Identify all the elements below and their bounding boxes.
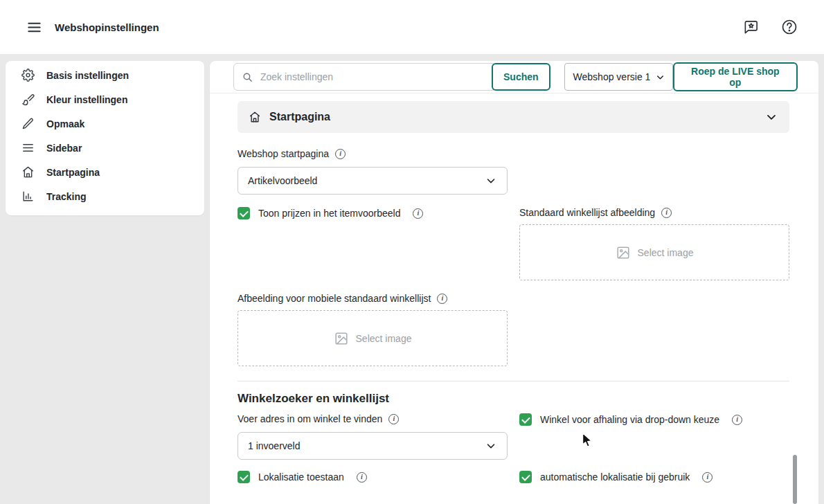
sidebar-item-basis-instellingen[interactable]: Basis instellingen (6, 63, 204, 87)
startpage-select[interactable]: Artikelvoorbeeld (238, 167, 508, 195)
info-icon[interactable] (357, 472, 367, 483)
app-title: Webshopinstellingen (55, 21, 159, 33)
row-localisation: Lokalisatie toestaan automatische lokali… (238, 471, 789, 483)
startpage-label-text: Webshop startpagina (238, 148, 329, 159)
auto-localisation-col: automatische lokalisatie bij gebruik (519, 471, 789, 483)
image-icon (616, 245, 631, 260)
address-input-select[interactable]: 1 invoerveld (238, 432, 508, 460)
menu-icon[interactable] (26, 19, 42, 35)
startpage-select-value: Artikelvoorbeeld (248, 175, 317, 186)
store-finder-heading: Winkelzoeker en winkellijst (238, 392, 789, 406)
webshop-version-select[interactable]: Webshop versie 1 (564, 63, 673, 91)
mobile-list-image-label-text: Afbeelding voor mobiele standaard winkel… (238, 293, 431, 304)
pencil-icon (21, 117, 35, 130)
section-header-startpagina[interactable]: Startpagina (238, 101, 789, 133)
sidebar-item-label: Basis instellingen (46, 70, 129, 81)
address-select-value: 1 invoerveld (248, 440, 301, 451)
home-icon (249, 111, 261, 123)
mobile-list-image-upload[interactable]: Select image (238, 310, 508, 366)
allow-localisation-checkbox-row[interactable]: Lokalisatie toestaan (238, 471, 508, 483)
auto-localisation-label: automatische lokalisatie bij gebruik (540, 471, 690, 483)
select-image-label: Select image (638, 247, 694, 258)
default-list-image-upload[interactable]: Select image (519, 224, 789, 280)
show-prices-col: Toon prijzen in het itemvoorbeeld (238, 207, 508, 219)
default-list-image-col: Standaard winkellijst afbeelding Select … (519, 207, 789, 280)
pickup-checkbox-row[interactable]: Winkel voor afhaling via drop-down keuze (519, 413, 789, 426)
row-address-and-pickup: Voer adres in om winkel te vinden 1 invo… (238, 413, 789, 460)
top-bar: Webshopinstellingen (0, 0, 824, 54)
gear-icon (21, 69, 35, 82)
settings-toolbar: Suchen Webshop versie 1 Roep de LIVE sho… (210, 61, 818, 93)
bar-chart-icon (21, 190, 35, 203)
section-divider (238, 381, 789, 381)
pickup-label: Winkel voor afhaling via drop-down keuze (540, 414, 719, 425)
live-shop-button[interactable]: Roep de LIVE shop op (673, 62, 798, 91)
sidebar-item-label: Kleur instellingen (46, 94, 127, 105)
webshop-version-value: Webshop versie 1 (573, 71, 651, 82)
show-prices-label: Toon prijzen in het itemvoorbeeld (258, 208, 400, 219)
sidebar-item-label: Startpagina (46, 167, 100, 178)
sidebar-item-label: Sidebar (46, 143, 82, 154)
sidebar-item-startpagina[interactable]: Startpagina (6, 160, 204, 184)
sidebar-item-tracking[interactable]: Tracking (6, 184, 204, 208)
auto-localisation-checkbox-row[interactable]: automatische lokalisatie bij gebruik (519, 471, 789, 483)
sidebar-item-label: Tracking (46, 191, 87, 202)
row-preview-and-default-image: Toon prijzen in het itemvoorbeeld Standa… (238, 207, 789, 280)
settings-content: Startpagina Webshop startpagina Artikelv… (210, 93, 818, 483)
localisation-col: Lokalisatie toestaan (238, 471, 508, 483)
info-icon[interactable] (335, 149, 346, 159)
search-input[interactable] (233, 63, 494, 91)
pickup-col: Winkel voor afhaling via drop-down keuze (519, 413, 789, 426)
checkbox-checked-icon[interactable] (238, 471, 250, 483)
sidebar-item-opmaak[interactable]: Opmaak (6, 111, 204, 136)
sidebar-item-kleur-instellingen[interactable]: Kleur instellingen (6, 87, 204, 111)
show-prices-checkbox-row[interactable]: Toon prijzen in het itemvoorbeeld (238, 207, 508, 219)
section-title: Startpagina (269, 111, 330, 123)
chevron-down-icon (655, 72, 665, 82)
chevron-down-icon[interactable] (764, 110, 778, 124)
info-icon[interactable] (732, 415, 742, 425)
info-icon[interactable] (437, 294, 447, 304)
sidebar-item-label: Opmaak (46, 118, 84, 129)
info-icon[interactable] (661, 208, 672, 218)
address-label-text: Voer adres in om winkel te vinden (238, 413, 382, 424)
allow-localisation-label: Lokalisatie toestaan (258, 471, 344, 483)
checkbox-checked-icon[interactable] (238, 207, 250, 219)
sidebar-item-sidebar[interactable]: Sidebar (6, 136, 204, 160)
address-field-label: Voer adres in om winkel te vinden (238, 413, 508, 424)
home-icon (21, 165, 35, 179)
settings-panel: Suchen Webshop versie 1 Roep de LIVE sho… (210, 61, 818, 504)
chevron-down-icon (485, 440, 497, 452)
info-icon[interactable] (388, 414, 399, 424)
help-icon[interactable] (781, 19, 798, 35)
search-button[interactable]: Suchen (492, 63, 550, 91)
checkbox-checked-icon[interactable] (519, 471, 532, 483)
mobile-list-image-field-label: Afbeelding voor mobiele standaard winkel… (238, 293, 789, 304)
menu-lines-icon (21, 141, 35, 154)
sidebar: Basis instellingen Kleur instellingen Op… (6, 61, 204, 215)
select-image-label: Select image (356, 333, 412, 344)
image-icon (334, 331, 349, 346)
search-icon (242, 71, 253, 83)
info-icon[interactable] (702, 472, 713, 483)
feedback-icon[interactable] (743, 19, 759, 35)
checkbox-checked-icon[interactable] (519, 413, 532, 426)
scrollbar-thumb[interactable] (793, 455, 797, 504)
paintbrush-icon (21, 93, 35, 106)
address-col: Voer adres in om winkel te vinden 1 invo… (238, 413, 508, 460)
startpage-field-label: Webshop startpagina (238, 148, 789, 159)
chevron-down-icon (485, 174, 497, 187)
default-list-image-field-label: Standaard winkellijst afbeelding (519, 207, 789, 218)
info-icon[interactable] (413, 208, 423, 219)
default-list-image-label-text: Standaard winkellijst afbeelding (519, 207, 655, 218)
search-group: Suchen (233, 63, 550, 91)
topbar-actions (743, 19, 798, 35)
